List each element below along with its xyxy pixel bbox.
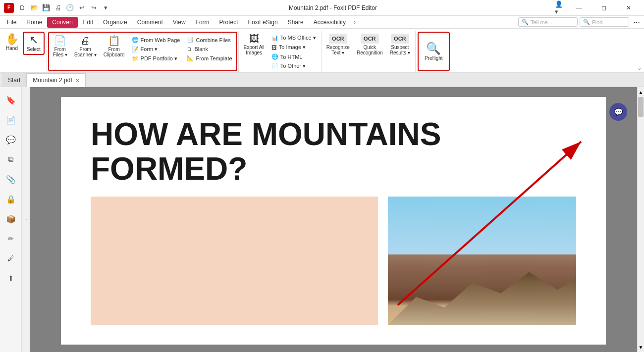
- other-icon: 📄: [271, 63, 278, 69]
- redo-button[interactable]: ↪: [88, 2, 99, 13]
- find-search[interactable]: 🔍 Find: [580, 17, 629, 27]
- pdf-mountain-photo: [388, 197, 576, 325]
- from-scanner-button[interactable]: 🖨 FromScanner ▾: [71, 34, 100, 59]
- portfolio-icon: 📁: [132, 55, 139, 62]
- menu-protect[interactable]: Protect: [215, 17, 243, 28]
- foxit-assistant-button[interactable]: 💬: [609, 103, 627, 121]
- tab-close-button[interactable]: ✕: [75, 78, 79, 83]
- menu-more-chevron[interactable]: ›: [352, 18, 358, 27]
- tell-me-placeholder: Tell me...: [531, 19, 552, 25]
- pdf-header: HOW ARE MOUNTAINS FORMED?: [61, 97, 606, 197]
- scrollbar-vertical[interactable]: ▲ ▼: [637, 87, 644, 352]
- from-template-button[interactable]: 📐 From Template: [184, 54, 235, 62]
- more-options-button[interactable]: ⋯: [631, 17, 642, 27]
- tab-start[interactable]: Start: [2, 73, 27, 87]
- from-web-page-button[interactable]: 🌐 From Web Page: [129, 36, 183, 44]
- new-button[interactable]: 🗋: [17, 2, 28, 13]
- form-icon: 📝: [132, 46, 139, 52]
- open-button[interactable]: 📂: [29, 2, 40, 13]
- combine-files-button[interactable]: 📑 Combine Files: [184, 36, 235, 44]
- from-files-icon: 📄: [54, 36, 66, 46]
- export-all-images-button[interactable]: 🖼 Export AllImages: [241, 32, 268, 57]
- menu-view[interactable]: View: [168, 17, 191, 28]
- sidebar-bookmark[interactable]: 🔖: [2, 91, 20, 109]
- hand-select-group: ✋ Hand ↖ Select: [2, 32, 45, 71]
- to-other-button[interactable]: 📄 To Other ▾: [268, 62, 319, 70]
- to-ms-office-button[interactable]: 📊 To MS Office ▾: [268, 34, 319, 42]
- from-scanner-icon: 🖨: [80, 36, 90, 46]
- form-button[interactable]: 📝 Form ▾: [129, 45, 183, 53]
- pdf-title: HOW ARE MOUNTAINS FORMED?: [91, 117, 576, 187]
- app-icon: F: [4, 3, 14, 13]
- account-button[interactable]: 👤▾: [555, 2, 566, 13]
- tab-mountain[interactable]: Mountain 2.pdf ✕: [27, 73, 85, 87]
- from-clipboard-button[interactable]: 📋 FromClipboard: [101, 34, 128, 59]
- pdf-image-area: [91, 197, 576, 325]
- hand-tool-button[interactable]: ✋ Hand: [2, 32, 22, 53]
- ribbon-section-export: 🖼 Export AllImages 📊 To MS Office ▾ 🖼 To…: [239, 31, 322, 72]
- menu-home[interactable]: Home: [21, 17, 47, 28]
- menu-foxit-esign[interactable]: Foxit eSign: [243, 17, 283, 28]
- menu-form[interactable]: Form: [191, 17, 215, 28]
- restore-button[interactable]: ◻: [592, 0, 615, 16]
- print-button[interactable]: 🖨: [53, 2, 63, 13]
- sidebar-edit[interactable]: ✏: [2, 230, 20, 248]
- image-icon: 🖼: [271, 45, 277, 50]
- sidebar-pages[interactable]: 📄: [2, 111, 20, 129]
- sidebar-collapse-button[interactable]: ›: [22, 87, 30, 352]
- from-clipboard-label: FromClipboard: [104, 47, 125, 57]
- from-files-button[interactable]: 📄 FromFiles ▾: [50, 34, 70, 59]
- menu-edit[interactable]: Edit: [78, 17, 98, 28]
- to-html-button[interactable]: 🌐 To HTML: [268, 52, 319, 61]
- history-button[interactable]: 🕐: [64, 2, 75, 13]
- pdf-portfolio-button[interactable]: 📁 PDF Portfolio ▾: [129, 54, 183, 63]
- customize-button[interactable]: ▾: [100, 2, 111, 13]
- sidebar-sign[interactable]: 🖊: [2, 250, 20, 267]
- sidebar-layers[interactable]: ⧉: [2, 151, 20, 168]
- menu-bar: File Home Convert Edit Organize Comment …: [0, 16, 644, 29]
- menu-convert[interactable]: Convert: [47, 17, 78, 28]
- ribbon-section-preflight: 🔍 Preflight: [416, 31, 452, 72]
- scroll-track[interactable]: [638, 97, 644, 342]
- undo-button[interactable]: ↩: [76, 2, 87, 13]
- export-buttons: 🖼 Export AllImages 📊 To MS Office ▾ 🖼 To…: [241, 32, 319, 71]
- sidebar-security[interactable]: 🔒: [2, 190, 20, 208]
- menu-comment[interactable]: Comment: [132, 17, 168, 28]
- select-tool-button[interactable]: ↖ Select: [23, 32, 45, 55]
- suspect-results-button[interactable]: OCR SuspectResults ▾: [387, 32, 413, 57]
- blank-button[interactable]: 🗋 Blank: [184, 45, 235, 53]
- export-sub-buttons: 📊 To MS Office ▾ 🖼 To Image ▾ 🌐 To HTML …: [268, 32, 319, 70]
- quick-recognition-button[interactable]: OCR QuickRecognition: [354, 32, 386, 57]
- suspect-results-label: SuspectResults ▾: [390, 45, 410, 55]
- scroll-up-button[interactable]: ▲: [638, 87, 644, 97]
- from-template-label: From Template: [196, 55, 232, 61]
- scroll-down-button[interactable]: ▼: [638, 342, 644, 352]
- sidebar-share[interactable]: ⬆: [2, 269, 20, 287]
- preflight-highlighted: 🔍 Preflight: [418, 32, 450, 71]
- ribbon-expand-button[interactable]: ⌄: [637, 64, 642, 71]
- tell-me-search[interactable]: 🔍 Tell me...: [518, 17, 578, 27]
- menu-accessibility[interactable]: Accessibility: [309, 17, 351, 28]
- window-title: Mountain 2.pdf - Foxit PDF Editor: [111, 4, 555, 11]
- menu-file[interactable]: File: [2, 17, 21, 28]
- sidebar-storage[interactable]: 📦: [2, 210, 20, 228]
- menu-organize[interactable]: Organize: [98, 17, 132, 28]
- hand-label: Hand: [6, 46, 18, 51]
- save-button[interactable]: 💾: [41, 2, 52, 13]
- sidebar-comments[interactable]: 💬: [2, 131, 20, 149]
- sidebar-attachments[interactable]: 📎: [2, 170, 20, 188]
- html-icon: 🌐: [271, 53, 278, 60]
- create-buttons-row: 📄 FromFiles ▾ 🖨 FromScanner ▾ 📋 FromClip…: [49, 33, 236, 64]
- from-web-page-label: From Web Page: [141, 37, 180, 43]
- find-icon: 🔍: [583, 19, 590, 25]
- preflight-button[interactable]: 🔍 Preflight: [419, 41, 449, 63]
- menu-share[interactable]: Share: [283, 17, 309, 28]
- ocr-quick-badge: OCR: [361, 34, 378, 44]
- web-page-icon: 🌐: [132, 37, 139, 43]
- tab-bar: Start Mountain 2.pdf ✕: [0, 73, 644, 87]
- close-button[interactable]: ✕: [617, 0, 640, 16]
- to-image-button[interactable]: 🖼 To Image ▾: [268, 43, 319, 51]
- scroll-thumb[interactable]: [638, 97, 644, 117]
- recognize-text-button[interactable]: OCR RecognizeText ▾: [323, 32, 353, 57]
- minimize-button[interactable]: ―: [568, 0, 590, 16]
